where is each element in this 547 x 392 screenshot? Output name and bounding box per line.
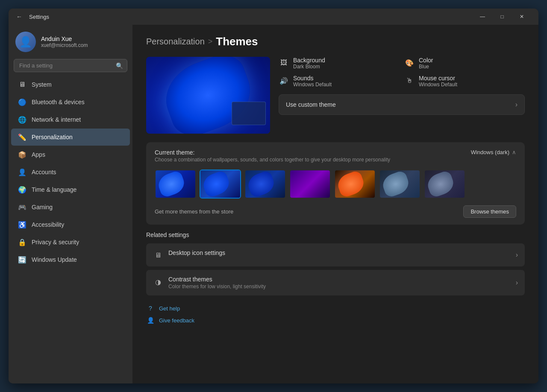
main-panel: Personalization > Themes 🖼: [132, 25, 538, 383]
theme-thumbnail-4[interactable]: [289, 170, 331, 199]
system-icon: 🖥: [18, 80, 26, 89]
mouse-cursor-text: Mouse cursor Windows Default: [419, 75, 457, 88]
get-help-icon: ?: [146, 304, 155, 313]
background-icon: 🖼: [279, 58, 289, 68]
selected-theme-label: Windows (dark): [471, 149, 509, 155]
sounds-value: Windows Default: [293, 82, 332, 88]
get-help-label: Get help: [159, 305, 180, 312]
sidebar-item-time-language[interactable]: 🌍 Time & language: [11, 181, 130, 198]
theme-thumbnail-7[interactable]: [424, 170, 465, 199]
background-label: Background: [293, 57, 325, 64]
breadcrumb: Personalization > Themes: [146, 35, 525, 48]
background-value: Dark Bloom: [293, 64, 325, 70]
current-theme-section: Current theme: Choose a combination of w…: [146, 142, 525, 225]
sidebar-item-system[interactable]: 🖥 System: [11, 76, 130, 93]
close-button[interactable]: ✕: [512, 10, 532, 23]
minimize-button[interactable]: —: [473, 10, 492, 23]
background-text: Background Dark Bloom: [293, 57, 325, 70]
related-item-contrast-themes[interactable]: ◑ Contrast themes Color themes for low v…: [146, 270, 525, 295]
bloom-2: [200, 170, 232, 199]
theme-thumbnail-2[interactable]: [200, 170, 241, 199]
sidebar-item-label-accessibility: Accessibility: [32, 221, 64, 228]
sidebar-item-network[interactable]: 🌐 Network & internet: [11, 111, 130, 128]
color-value: Blue: [419, 64, 433, 70]
breadcrumb-current: Themes: [216, 35, 258, 48]
window-controls: — □ ✕: [473, 10, 532, 23]
search-input[interactable]: [14, 59, 127, 72]
privacy-icon: 🔒: [18, 238, 26, 246]
get-help-link[interactable]: ? Get help: [146, 304, 525, 313]
apps-icon: 📦: [18, 150, 26, 159]
bloom-1: [156, 170, 187, 199]
preview-window-element: [232, 102, 266, 125]
sidebar-nav: 🖥 System 🔵 Bluetooth & devices 🌐 Network…: [9, 76, 132, 269]
give-feedback-link[interactable]: 👤 Give feedback: [146, 316, 525, 325]
sidebar-item-windows-update[interactable]: 🔄 Windows Update: [11, 251, 130, 268]
sidebar-item-bluetooth[interactable]: 🔵 Bluetooth & devices: [11, 94, 130, 111]
theme-info-sounds[interactable]: 🔊 Sounds Windows Default: [279, 75, 399, 88]
theme-thumbnail-3[interactable]: [244, 170, 286, 199]
thumb-inner-4: [290, 170, 330, 198]
current-theme-desc: Choose a combination of wallpapers, soun…: [155, 157, 390, 163]
bloom-6: [380, 170, 411, 199]
time-icon: 🌍: [18, 185, 26, 194]
theme-preview-section: 🖼 Background Dark Bloom 🎨 Color Blue: [146, 57, 525, 134]
chevron-right-icon: ›: [515, 101, 518, 108]
thumb-inner-5: [335, 170, 375, 198]
theme-info-grid: 🖼 Background Dark Bloom 🎨 Color Blue: [279, 57, 525, 88]
sidebar-item-label-gaming: Gaming: [32, 204, 53, 211]
color-label: Color: [419, 57, 433, 64]
chevron-up-icon: ∧: [512, 149, 516, 155]
user-name: Anduin Xue: [41, 35, 88, 42]
sidebar-item-apps[interactable]: 📦 Apps: [11, 146, 130, 163]
main-content: Anduin Xue xuef@microsoft.com 🔍 🖥 System…: [9, 25, 538, 383]
network-icon: 🌐: [18, 115, 26, 124]
sidebar-item-accessibility[interactable]: ♿ Accessibility: [11, 216, 130, 233]
titlebar-title: Settings: [29, 14, 49, 20]
chevron-right-desktop-icon: ›: [516, 251, 518, 259]
gaming-icon: 🎮: [18, 203, 26, 211]
mouse-cursor-label: Mouse cursor: [419, 75, 457, 82]
titlebar: ← Settings — □ ✕: [9, 9, 538, 25]
current-theme-selected[interactable]: Windows (dark) ∧: [471, 149, 516, 155]
sounds-label: Sounds: [293, 75, 332, 82]
theme-thumbnail-1[interactable]: [155, 170, 196, 199]
related-settings-section: Related settings 🖥 Desktop icon settings…: [146, 231, 525, 295]
use-custom-theme-button[interactable]: Use custom theme ›: [279, 94, 525, 115]
theme-info-background[interactable]: 🖼 Background Dark Bloom: [279, 57, 399, 70]
use-custom-label: Use custom theme: [286, 101, 336, 108]
footer-links: ? Get help 👤 Give feedback: [146, 304, 525, 325]
sidebar-item-gaming[interactable]: 🎮 Gaming: [11, 199, 130, 216]
theme-info-color[interactable]: 🎨 Color Blue: [404, 57, 525, 70]
thumb-inner-6: [380, 170, 420, 198]
bloom-7: [425, 170, 456, 199]
theme-thumbnail-6[interactable]: [379, 170, 421, 199]
related-text-contrast: Contrast themes Color themes for low vis…: [168, 276, 266, 290]
thumb-inner-7: [425, 170, 465, 198]
theme-info-panel: 🖼 Background Dark Bloom 🎨 Color Blue: [279, 57, 525, 134]
search-box: 🔍: [14, 59, 127, 72]
contrast-themes-label: Contrast themes: [168, 276, 266, 283]
bloom-3: [245, 170, 276, 199]
current-theme-title-block: Current theme: Choose a combination of w…: [155, 149, 390, 163]
sounds-text: Sounds Windows Default: [293, 75, 332, 88]
related-item-desktop-icon[interactable]: 🖥 Desktop icon settings ›: [146, 243, 525, 266]
sidebar-item-privacy[interactable]: 🔒 Privacy & security: [11, 234, 130, 251]
accounts-icon: 👤: [18, 168, 26, 176]
browse-themes-button[interactable]: Browse themes: [463, 205, 516, 218]
related-text-desktop: Desktop icon settings: [168, 249, 225, 256]
theme-info-mouse-cursor[interactable]: 🖱 Mouse cursor Windows Default: [404, 75, 525, 88]
sidebar-item-personalization[interactable]: ✏️ Personalization: [11, 129, 130, 146]
sidebar-item-accounts[interactable]: 👤 Accounts: [11, 164, 130, 181]
current-theme-header: Current theme: Choose a combination of w…: [155, 149, 516, 163]
sidebar-item-label-system: System: [32, 81, 52, 88]
back-button[interactable]: ←: [14, 12, 25, 22]
breadcrumb-separator: >: [208, 37, 213, 46]
breadcrumb-parent: Personalization: [146, 37, 205, 47]
give-feedback-label: Give feedback: [159, 317, 194, 324]
sidebar-item-label-bluetooth: Bluetooth & devices: [32, 99, 85, 105]
related-left-contrast: ◑ Contrast themes Color themes for low v…: [153, 276, 266, 290]
user-section: Anduin Xue xuef@microsoft.com: [9, 25, 132, 57]
theme-thumbnail-5[interactable]: [334, 170, 376, 199]
maximize-button[interactable]: □: [492, 10, 512, 23]
